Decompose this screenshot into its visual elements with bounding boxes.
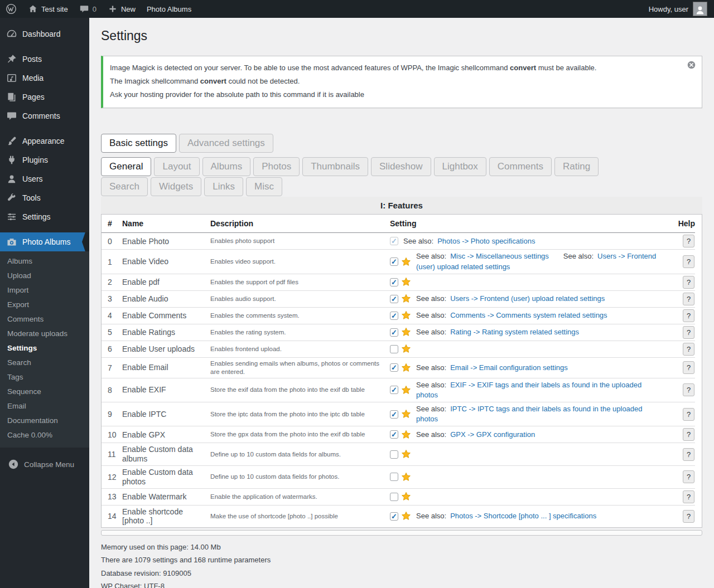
help-button[interactable]: ? xyxy=(683,361,694,374)
help-button[interactable]: ? xyxy=(683,510,694,523)
help-cell: ? xyxy=(673,383,695,396)
tab-albums[interactable]: Albums xyxy=(202,157,251,176)
submenu-item-comments[interactable]: Comments xyxy=(0,312,89,327)
help-button[interactable]: ? xyxy=(683,309,694,322)
submenu-item-email[interactable]: Email xyxy=(0,399,89,414)
tab-lightbox[interactable]: Lightbox xyxy=(434,157,486,176)
tab-advanced-settings[interactable]: Advanced settings xyxy=(179,134,273,153)
row-number: 0 xyxy=(108,237,122,246)
stats-block: Memory used on this page: 14.00 MbThere … xyxy=(101,542,702,588)
submenu-item-upload[interactable]: Upload xyxy=(0,269,89,283)
sidebar-item-users[interactable]: Users xyxy=(0,169,89,188)
tab-photos[interactable]: Photos xyxy=(253,157,300,176)
sidebar-item-plugins[interactable]: Plugins xyxy=(0,150,89,169)
sidebar-item-tools[interactable]: Tools xyxy=(0,188,89,207)
bubble-icon xyxy=(6,110,17,122)
see-also-link[interactable]: Comments -> Comments system related sett… xyxy=(450,311,607,319)
sidebar-item-appearance[interactable]: Appearance xyxy=(0,132,89,150)
help-button[interactable]: ? xyxy=(683,326,694,339)
admin-bar-photo-albums[interactable]: Photo Albums xyxy=(147,5,191,13)
help-cell: ? xyxy=(673,361,695,374)
tab-layout[interactable]: Layout xyxy=(154,157,199,176)
setting-checkbox[interactable] xyxy=(390,450,398,459)
setting-checkbox[interactable] xyxy=(390,237,398,245)
help-button[interactable]: ? xyxy=(683,293,694,305)
see-also-link[interactable]: IPTC -> IPTC tags and their labels as fo… xyxy=(416,405,643,423)
submenu-item-export[interactable]: Export xyxy=(0,298,89,312)
see-also-link[interactable]: Photos -> Photo specifications xyxy=(437,237,535,245)
tab-thumbnails[interactable]: Thumbnails xyxy=(302,157,368,176)
sidebar-item-dashboard[interactable]: Dashboard xyxy=(0,25,89,43)
submenu-item-cache-0-00-[interactable]: Cache 0.00% xyxy=(0,428,89,443)
submenu-item-import[interactable]: Import xyxy=(0,283,89,298)
tab-links[interactable]: Links xyxy=(204,177,243,196)
tab-slideshow[interactable]: Slideshow xyxy=(371,157,431,176)
setting-checkbox[interactable] xyxy=(390,328,398,337)
see-also-link[interactable]: Email -> Email configuration settings xyxy=(450,363,568,372)
help-button[interactable]: ? xyxy=(683,428,694,441)
help-button[interactable]: ? xyxy=(683,408,694,421)
see-also-link[interactable]: EXIF -> EXIF tags and their labels as fo… xyxy=(416,381,641,399)
help-button[interactable]: ? xyxy=(683,383,694,396)
tab-widgets[interactable]: Widgets xyxy=(151,177,201,196)
submenu-item-moderate-uploads[interactable]: Moderate uploads xyxy=(0,327,89,341)
see-also-link[interactable]: GPX -> GPX configuration xyxy=(450,430,535,439)
help-button[interactable]: ? xyxy=(683,255,694,268)
setting-checkbox[interactable] xyxy=(390,410,398,419)
submenu-item-documentation[interactable]: Documentation xyxy=(0,414,89,428)
tab-misc[interactable]: Misc xyxy=(246,177,282,196)
submenu-item-albums[interactable]: Albums xyxy=(0,254,89,269)
see-also-link[interactable]: Users -> Frontend (user) upload related … xyxy=(450,294,605,303)
submenu-item-tags[interactable]: Tags xyxy=(0,370,89,385)
sidebar-item-media[interactable]: Media xyxy=(0,69,89,88)
setting-checkbox[interactable] xyxy=(390,473,398,481)
dismiss-notice-button[interactable] xyxy=(687,60,696,70)
table-row: 1 Enable Video Enables video support. Se… xyxy=(102,250,695,274)
star-icon xyxy=(401,310,411,320)
tab-basic-settings[interactable]: Basic settings xyxy=(101,134,176,153)
sidebar-item-pages[interactable]: Pages xyxy=(0,88,89,106)
submenu-item-search[interactable]: Search xyxy=(0,356,89,370)
wordpress-logo-icon[interactable] xyxy=(6,3,17,14)
help-button[interactable]: ? xyxy=(683,276,694,289)
setting-checkbox[interactable] xyxy=(390,386,398,394)
see-also-link[interactable]: Photos -> Shortcode [photo ... ] specifi… xyxy=(450,512,596,520)
tab-rating[interactable]: Rating xyxy=(554,157,599,176)
help-button[interactable]: ? xyxy=(683,448,694,461)
tab-search[interactable]: Search xyxy=(101,177,148,196)
tab-comments[interactable]: Comments xyxy=(489,157,552,176)
table-header-row: # Name Description Setting Help xyxy=(102,215,695,233)
setting-checkbox[interactable] xyxy=(390,430,398,439)
setting-checkbox[interactable] xyxy=(390,345,398,353)
notice-line: Ask your hosting provider for the absolu… xyxy=(110,90,677,100)
submenu-item-settings[interactable]: Settings xyxy=(0,341,89,356)
setting-checkbox[interactable] xyxy=(390,295,398,303)
setting-description: Enables the comments system. xyxy=(210,312,390,320)
setting-checkbox[interactable] xyxy=(390,363,398,372)
sidebar-item-settings[interactable]: Settings xyxy=(0,207,89,226)
admin-bar-new[interactable]: New xyxy=(108,4,136,14)
see-also-link[interactable]: Rating -> Rating system related settings xyxy=(450,328,579,336)
setting-checkbox[interactable] xyxy=(390,278,398,286)
help-button[interactable]: ? xyxy=(683,490,694,503)
stats-line: Memory used on this page: 14.00 Mb xyxy=(101,542,702,552)
setting-checkbox[interactable] xyxy=(390,512,398,521)
help-button[interactable]: ? xyxy=(683,343,694,356)
sidebar-item-photo-albums[interactable]: Photo Albums xyxy=(0,232,89,251)
collapse-menu-button[interactable]: Collapse Menu xyxy=(0,455,89,474)
help-button[interactable]: ? xyxy=(683,470,694,483)
help-button[interactable]: ? xyxy=(683,235,694,247)
setting-checkbox[interactable] xyxy=(390,257,398,266)
setting-checkbox[interactable] xyxy=(390,312,398,320)
sidebar-item-comments[interactable]: Comments xyxy=(0,106,89,125)
wrench-icon xyxy=(6,192,17,203)
see-also-link[interactable]: Misc -> Miscellaneous settings xyxy=(450,252,549,260)
star-icon xyxy=(401,257,411,267)
sidebar-item-posts[interactable]: Posts xyxy=(0,50,89,69)
submenu-item-sequence[interactable]: Sequence xyxy=(0,385,89,399)
tab-general[interactable]: General xyxy=(101,157,151,176)
admin-bar-account[interactable]: Howdy, user xyxy=(649,2,707,16)
setting-checkbox[interactable] xyxy=(390,493,398,501)
admin-bar-site-name[interactable]: Test site xyxy=(28,4,68,14)
admin-bar-comments[interactable]: 0 xyxy=(79,4,97,14)
